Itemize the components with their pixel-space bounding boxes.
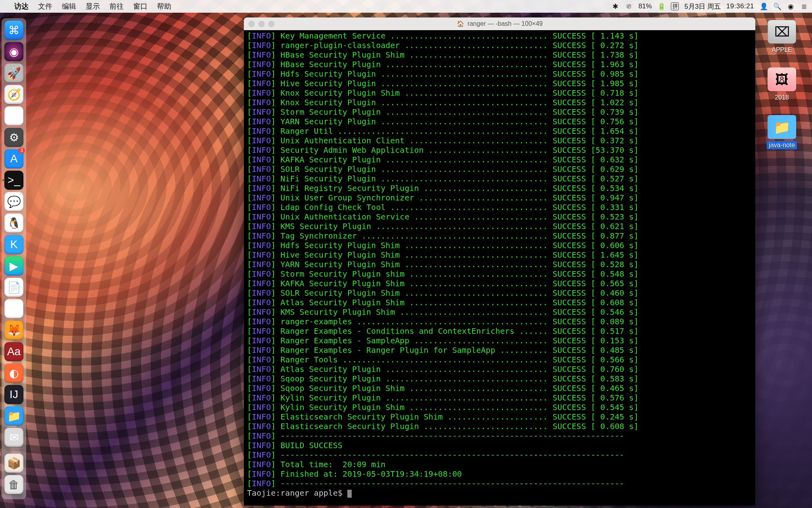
terminal-window[interactable]: 🏠ranger — -bash — 100×49 [INFO] Key Mana… <box>244 17 755 506</box>
desktop-image-label: 2018 <box>773 94 791 102</box>
airplay-icon[interactable]: ⎚ <box>625 2 633 10</box>
folder-icon: 🏠 <box>457 20 464 27</box>
battery-percent[interactable]: 81% <box>638 2 652 10</box>
dock-siri[interactable]: ◉ <box>4 42 23 61</box>
dock-k[interactable]: K <box>4 235 23 254</box>
dock-photos[interactable]: ✿ <box>4 106 23 125</box>
dock-jar[interactable]: 📦 <box>4 454 23 473</box>
dock-finder[interactable]: ⌘ <box>4 21 23 40</box>
dock-settings[interactable]: ⚙ <box>4 128 23 147</box>
siri-icon[interactable]: ◉ <box>787 2 795 11</box>
desktop-folder-label: java-note <box>767 141 797 149</box>
dock-trash[interactable]: 🗑 <box>4 475 23 494</box>
menu-app[interactable]: 访达 <box>10 2 33 11</box>
desktop-icons: ⌧ APPLE 🖼 2018 📁 java-note <box>762 20 802 149</box>
terminal-title: ranger — -bash — 100×49 <box>467 20 543 27</box>
bluetooth-icon[interactable]: ✱ <box>611 2 619 11</box>
menu-file[interactable]: 文件 <box>33 2 57 11</box>
battery-icon[interactable]: 🔋 <box>657 2 665 11</box>
clock[interactable]: 19:36:21 <box>726 2 754 10</box>
menubar: 访达 文件 编辑 显示 前往 窗口 帮助 ✱ ⎚ 81% 🔋 拼 5月3日 周五… <box>0 0 812 13</box>
minimize-icon[interactable] <box>259 21 264 27</box>
dock-textedit[interactable]: 📄 <box>4 278 23 297</box>
zoom-icon[interactable] <box>268 21 274 27</box>
menu-go[interactable]: 前往 <box>105 2 128 11</box>
terminal-titlebar[interactable]: 🏠ranger — -bash — 100×49 <box>244 17 755 30</box>
status-area: ✱ ⎚ 81% 🔋 拼 5月3日 周五 19:36:21 👤 🔍 ◉ ≣ <box>611 2 808 11</box>
dock-launchpad[interactable]: 🚀 <box>4 64 23 83</box>
menu-help[interactable]: 帮助 <box>152 2 176 11</box>
dock-video[interactable]: ▶ <box>4 256 23 275</box>
disk-icon: ⌧ <box>774 24 790 40</box>
dock-firefox[interactable]: 🦊 <box>4 321 23 340</box>
dock-terminal[interactable]: >_ <box>4 171 23 190</box>
dock-wechat[interactable]: 💬 <box>4 192 23 211</box>
close-icon[interactable] <box>249 21 255 27</box>
dock-appstore[interactable]: A3 <box>4 149 23 168</box>
notification-center-icon[interactable]: ≣ <box>800 2 808 11</box>
dock-mail[interactable]: ✉ <box>4 428 23 447</box>
dock-music[interactable]: ♫ <box>4 299 23 318</box>
dock-finder2[interactable]: 📁 <box>4 406 23 425</box>
dock-safari[interactable]: 🧭 <box>4 85 23 104</box>
dock-intellij[interactable]: IJ <box>4 385 23 404</box>
desktop-disk[interactable]: ⌧ APPLE <box>762 20 802 54</box>
spotlight-icon[interactable]: 🔍 <box>773 2 781 11</box>
image-icon: 🖼 <box>775 72 789 87</box>
menu-view[interactable]: 显示 <box>81 2 105 11</box>
user-icon[interactable]: 👤 <box>760 2 768 11</box>
menu-edit[interactable]: 编辑 <box>57 2 81 11</box>
menu-window[interactable]: 窗口 <box>128 2 152 11</box>
dock-qq[interactable]: 🐧 <box>4 214 23 233</box>
ime-icon[interactable]: 拼 <box>671 2 679 10</box>
terminal-body[interactable]: [INFO] Key Management Service ..........… <box>244 30 755 506</box>
date-label[interactable]: 5月3日 周五 <box>684 2 721 11</box>
desktop-folder[interactable]: 📁 java-note <box>762 115 802 149</box>
dock: ⌘◉🚀🧭✿⚙A3>_💬🐧K▶📄♫🦊Aa◐IJ📁✉📦🗑 <box>2 18 26 499</box>
folder-icon: 📁 <box>774 119 790 135</box>
dock-dict[interactable]: Aa <box>4 342 23 361</box>
dock-postman[interactable]: ◐ <box>4 364 23 383</box>
desktop-image[interactable]: 🖼 2018 <box>762 67 802 102</box>
desktop-disk-label: APPLE <box>770 46 794 54</box>
traffic-lights[interactable] <box>249 21 274 27</box>
